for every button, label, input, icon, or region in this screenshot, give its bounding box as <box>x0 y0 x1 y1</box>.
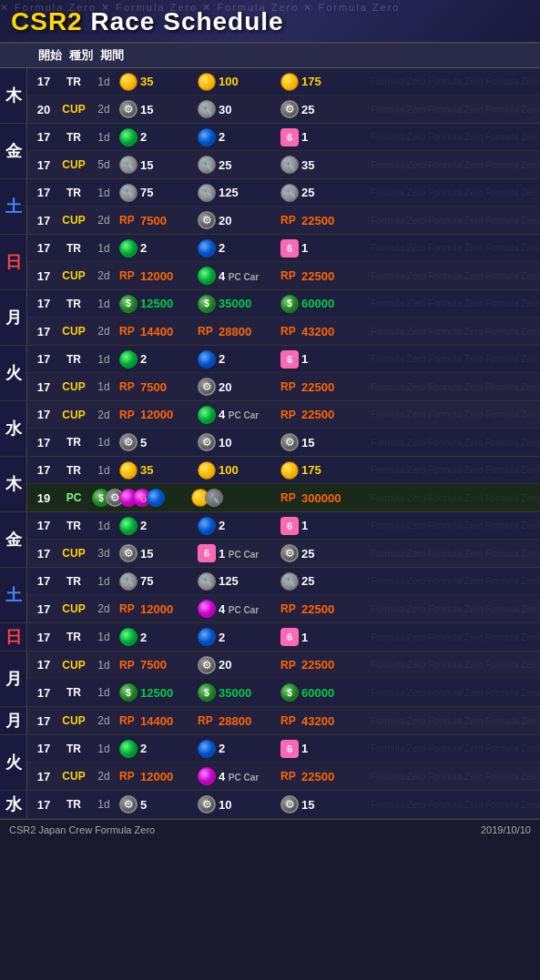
icon1-cell: ⚙ <box>117 100 140 118</box>
race-number: 17 <box>31 352 56 366</box>
icon1-cell: RP <box>117 714 140 727</box>
value1-cell: 15 <box>140 158 195 172</box>
day-label: 月 <box>0 707 27 734</box>
icon1-cell: RP <box>117 380 140 393</box>
day-label: 水 <box>0 401 27 456</box>
value1-cell: 12000 <box>140 408 195 421</box>
icon1-cell <box>117 461 140 480</box>
icon2-cell <box>195 461 219 480</box>
value2-cell: 2 <box>219 352 278 366</box>
day-rows: 17TR1d$12500$35000$6000017CUP2dRP14400RP… <box>27 290 540 345</box>
rp-label-icon: RP <box>119 714 138 727</box>
icon3-cell: RP <box>278 214 301 227</box>
wrench-icon: 🔧 <box>280 156 299 174</box>
icon2-cell: 🔧 <box>195 156 219 174</box>
value3-cell: 25 <box>301 103 536 116</box>
dollar-icon: $ <box>198 683 216 702</box>
value3-cell: 1 <box>301 352 536 366</box>
race-type: CUP <box>56 547 91 560</box>
col-header-dur: 期間 <box>100 47 124 64</box>
race-row: 17CUP2dRP120004 PC CarRP22500 <box>27 595 540 622</box>
race-duration: 1d <box>91 520 117 532</box>
icon1-cell <box>117 517 140 535</box>
rp-label-icon: RP <box>280 380 299 393</box>
icon3-cell: RP <box>278 770 301 783</box>
value2-cell: 2 <box>219 130 278 144</box>
race-type: TR <box>56 187 91 199</box>
value3-cell: 25 <box>301 547 536 561</box>
wrench-icon: 🔧 <box>119 156 138 174</box>
value1-cell: 7500 <box>140 658 195 672</box>
wrench-icon: 🔧 <box>119 572 138 591</box>
value3-cell: 25 <box>301 186 536 199</box>
wrench-icon: 🔧 <box>198 572 216 591</box>
race-duration: 1d <box>91 631 117 643</box>
race-number: 17 <box>31 408 56 421</box>
icon2-cell <box>195 350 219 369</box>
race-duration: 1d <box>91 743 117 755</box>
rp-label-icon: RP <box>280 409 299 421</box>
race-number: 20 <box>31 103 56 116</box>
value1-cell: 12500 <box>140 686 195 700</box>
race-duration: 1d <box>91 131 117 144</box>
race-number: 17 <box>31 269 56 283</box>
gold-coin-icon <box>198 461 216 480</box>
value3-cell: 1 <box>301 742 536 755</box>
race-row: 17TR1d🔧75🔧125🔧25 <box>27 568 540 595</box>
green-circle-icon <box>119 517 138 535</box>
col-header-start: 開始 <box>38 47 62 64</box>
dollar-icon: $ <box>280 683 299 702</box>
value3-cell: 22500 <box>301 770 536 783</box>
value1-cell: 5 <box>140 436 195 450</box>
race-type: TR <box>56 76 91 88</box>
value1-cell: 15 <box>140 547 195 561</box>
race-duration: 1d <box>91 686 117 699</box>
day-group: 月17CUP2dRP14400RP28800RP43200 <box>0 707 540 735</box>
blue-circle-icon <box>198 740 216 758</box>
value2-cell: 2 <box>219 631 278 644</box>
race-duration: 1d <box>91 380 117 393</box>
race-type: CUP <box>56 214 91 227</box>
page-header: CSR2 Race Schedule <box>0 0 540 44</box>
icon3-cell: 6 <box>278 239 301 258</box>
wrench-sub-icon: 🔧 <box>205 489 223 507</box>
icon1-cell <box>117 128 140 146</box>
race-row: 17CUP2dRP14400RP28800RP43200 <box>27 707 540 734</box>
race-number: 17 <box>31 658 56 672</box>
race-row: 17TR1d🔧75🔧125🔧25 <box>27 179 540 207</box>
race-row: 17CUP2dRP7500⚙20RP22500 <box>27 207 540 234</box>
value3-cell: 175 <box>301 463 536 477</box>
value1-cell: 2 <box>140 352 195 366</box>
day-label: 日 <box>0 623 27 651</box>
gear-icon: ⚙ <box>198 378 216 396</box>
value3-cell: 1 <box>301 631 536 644</box>
race-row: 17TR1d$12500$35000$60000 <box>27 679 540 706</box>
race-number: 17 <box>31 547 56 561</box>
race-row: 17TR1d$12500$35000$60000 <box>27 290 540 318</box>
icon2-cell: ⚙ <box>195 211 219 229</box>
race-type: PC <box>56 491 91 504</box>
race-duration: 1d <box>91 242 117 255</box>
day-rows: 17TR1d226117CUP5d🔧15🔧25🔧35 <box>27 124 540 178</box>
icon3-cell <box>278 73 301 91</box>
day-group: 土17TR1d🔧75🔧125🔧2517CUP2dRP120004 PC CarR… <box>0 568 540 623</box>
dollar-icon: $ <box>119 683 138 702</box>
day-label: 金 <box>0 512 27 567</box>
race-row: 17TR1d2261 <box>27 235 540 262</box>
value3-cell: 15 <box>301 798 536 812</box>
value1-cell: 35 <box>140 463 195 477</box>
race-type: TR <box>56 464 91 477</box>
value1-cell: 2 <box>140 241 195 255</box>
value2-cell: 4 PC Car <box>219 770 278 783</box>
app-container: CSR2 Race Schedule 開始 種別 期間 木17TR1d35100… <box>0 0 540 840</box>
value3-cell: 43200 <box>301 325 536 338</box>
icon2-cell: 6 <box>195 544 219 562</box>
race-row: 17TR1d2261 <box>27 735 540 763</box>
icon2-cell: $ <box>195 683 219 702</box>
race-number: 17 <box>31 631 56 644</box>
value3-cell: 60000 <box>301 686 536 700</box>
race-table: 木17TR1d3510017520CUP2d⚙15🔧30⚙25金17TR1d22… <box>0 68 540 819</box>
race-type: CUP <box>56 158 91 171</box>
icon1-cell <box>117 740 140 758</box>
race-type: TR <box>56 798 91 811</box>
